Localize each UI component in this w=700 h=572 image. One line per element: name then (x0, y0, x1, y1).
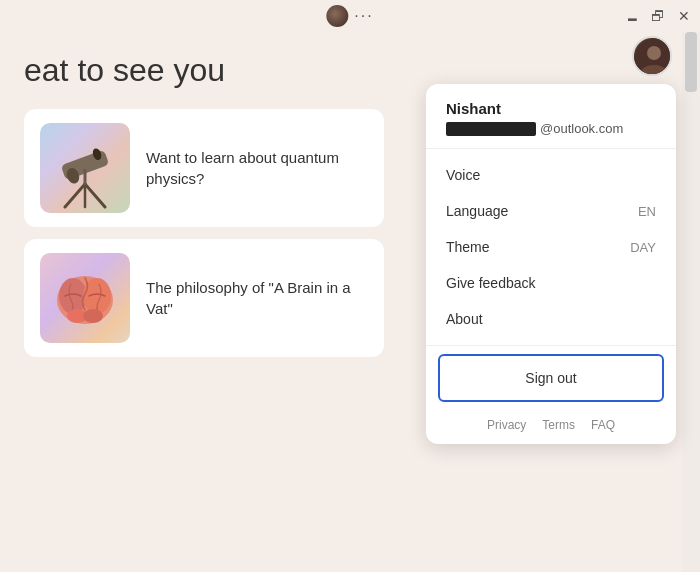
terms-link[interactable]: Terms (542, 418, 575, 432)
svg-line-1 (85, 184, 105, 207)
svg-line-0 (65, 184, 85, 207)
menu-item-language-label: Language (446, 203, 508, 219)
close-button[interactable]: ✕ (676, 8, 692, 24)
svg-point-13 (647, 46, 661, 60)
telescope-icon (50, 129, 120, 209)
brain-icon (45, 258, 125, 338)
email-row: @outlook.com (446, 121, 656, 136)
menu-item-theme[interactable]: Theme DAY (426, 229, 676, 265)
titlebar-avatar (326, 5, 348, 27)
menu-item-voice[interactable]: Voice (426, 157, 676, 193)
email-redacted (446, 122, 536, 136)
titlebar-menu-dots[interactable]: ··· (354, 7, 373, 25)
titlebar: ··· 🗕 🗗 ✕ (0, 0, 700, 32)
menu-item-voice-label: Voice (446, 167, 480, 183)
titlebar-controls: 🗕 🗗 ✕ (624, 8, 692, 24)
menu-username: Nishant (446, 100, 656, 117)
card-quantum[interactable]: Want to learn about quantum physics? (24, 109, 384, 227)
menu-item-about[interactable]: About (426, 301, 676, 337)
svg-point-11 (83, 309, 103, 323)
minimize-button[interactable]: 🗕 (624, 8, 640, 24)
menu-item-theme-value: DAY (630, 240, 656, 255)
card-image-brain (40, 253, 130, 343)
menu-item-feedback-label: Give feedback (446, 275, 536, 291)
menu-header: Nishant @outlook.com (426, 84, 676, 149)
dropdown-menu: Nishant @outlook.com Voice Language EN T… (426, 84, 676, 444)
menu-item-feedback[interactable]: Give feedback (426, 265, 676, 301)
menu-item-about-label: About (446, 311, 483, 327)
card-image-telescope (40, 123, 130, 213)
card-text-quantum: Want to learn about quantum physics? (146, 147, 368, 189)
menu-item-theme-label: Theme (446, 239, 490, 255)
menu-item-language-value: EN (638, 204, 656, 219)
faq-link[interactable]: FAQ (591, 418, 615, 432)
scrollbar-thumb[interactable] (685, 32, 697, 92)
card-brain[interactable]: The philosophy of "A Brain in a Vat" (24, 239, 384, 357)
maximize-button[interactable]: 🗗 (650, 8, 666, 24)
scrollbar[interactable] (682, 32, 700, 572)
signout-section: Sign out (438, 354, 664, 402)
titlebar-center: ··· (326, 5, 373, 27)
signout-button[interactable]: Sign out (456, 368, 646, 388)
email-domain: @outlook.com (540, 121, 623, 136)
card-text-brain: The philosophy of "A Brain in a Vat" (146, 277, 368, 319)
menu-item-language[interactable]: Language EN (426, 193, 676, 229)
privacy-link[interactable]: Privacy (487, 418, 526, 432)
menu-items: Voice Language EN Theme DAY Give feedbac… (426, 149, 676, 346)
profile-avatar-button[interactable] (632, 36, 672, 76)
menu-footer: Privacy Terms FAQ (426, 410, 676, 444)
